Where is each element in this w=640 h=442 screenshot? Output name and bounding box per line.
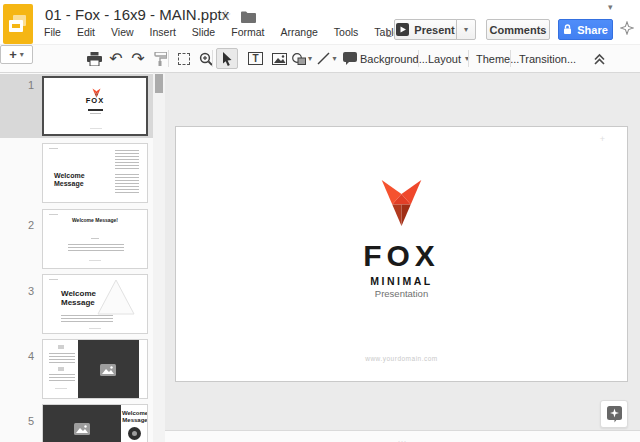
thumb-image-pane: [43, 405, 121, 442]
plus-icon: +: [9, 48, 17, 61]
thumb-welcome-text: WelcomeMessage: [61, 289, 96, 307]
thumb-footer-line: [89, 328, 101, 329]
toolbar-separator: [212, 50, 213, 67]
slide-filmstrip: 1 FOX 2 WelcomeMessage: [0, 73, 165, 442]
editing-canvas: FOX MINIMAL Presentation www.yourdomain.…: [165, 73, 640, 442]
print-icon[interactable]: [84, 45, 104, 72]
slide-thumbnail-1[interactable]: FOX: [42, 76, 148, 136]
menu-file[interactable]: File: [44, 26, 61, 38]
text-box-icon[interactable]: T: [244, 45, 266, 72]
slide-brand-text[interactable]: FOX: [176, 239, 627, 273]
thumb-logo-mark: [49, 279, 58, 280]
menu-format[interactable]: Format: [231, 26, 264, 38]
zoom-to-fit-icon[interactable]: [174, 45, 194, 72]
slides-logo-glyph: [9, 15, 27, 33]
image-placeholder-icon: [74, 423, 90, 435]
undo-icon[interactable]: ↶: [106, 45, 126, 72]
title-bar: 01 - Fox - 16x9 - MAIN.pptx ☆ File Edit …: [0, 0, 640, 44]
paint-format-icon[interactable]: [150, 45, 170, 72]
thumb-divider-line: [91, 238, 99, 239]
folder-icon[interactable]: [241, 9, 256, 27]
thumb-logo-mark: [49, 214, 58, 215]
chevron-down-icon: ▾: [464, 26, 468, 34]
toolbar-separator: [168, 50, 169, 67]
cursor-icon: [221, 52, 233, 66]
image-placeholder-icon: [100, 364, 116, 376]
transition-button[interactable]: Transition...: [519, 45, 576, 72]
menu-bar: File Edit View Insert Slide Format Arran…: [44, 26, 437, 38]
thumb-text-block: [115, 174, 139, 194]
redo-icon[interactable]: ↷: [128, 45, 148, 72]
svg-text:T: T: [252, 53, 258, 64]
slide-number: 3: [20, 285, 34, 297]
star-icon[interactable]: ☆: [219, 7, 232, 23]
menu-arrange[interactable]: Arrange: [280, 26, 317, 38]
menu-view[interactable]: View: [111, 26, 134, 38]
share-button[interactable]: Share: [558, 19, 613, 40]
new-slide-button[interactable]: + ▾: [0, 45, 33, 64]
menu-slide[interactable]: Slide: [192, 26, 215, 38]
slide-footer-url[interactable]: www.yourdomain.com: [176, 355, 627, 362]
slide-number: 5: [20, 415, 34, 427]
explore-button[interactable]: [600, 400, 628, 428]
thumb-icon-mark: [58, 367, 64, 371]
thumb-icon-mark: [58, 345, 64, 349]
thumb-image-pane: [78, 340, 139, 399]
transition-label: Transition...: [519, 53, 576, 65]
share-label: Share: [577, 24, 608, 36]
slide-tagline-text[interactable]: MINIMAL: [176, 275, 627, 287]
explore-icon: [606, 405, 623, 423]
thumb-text-block: [115, 150, 139, 170]
toolbar-separator: [418, 50, 419, 67]
insert-shape-icon[interactable]: ▾: [290, 45, 314, 72]
chevron-down-icon: ▾: [332, 55, 336, 63]
menu-tools[interactable]: Tools: [334, 26, 359, 38]
fox-logo[interactable]: [176, 178, 627, 231]
collapse-toolbar-icon[interactable]: [590, 45, 608, 72]
slides-logo-icon[interactable]: [3, 4, 33, 44]
layout-button[interactable]: Layout ▾: [428, 45, 469, 72]
chevron-down-icon: ▾: [308, 55, 312, 63]
slide-number: 2: [20, 219, 34, 231]
slide-subtitle-text[interactable]: Presentation: [176, 288, 627, 299]
current-slide[interactable]: FOX MINIMAL Presentation www.yourdomain.…: [175, 126, 628, 382]
google-slides-app: 01 - Fox - 16x9 - MAIN.pptx ☆ File Edit …: [0, 0, 640, 442]
theme-label: Theme...: [476, 53, 519, 65]
document-title[interactable]: 01 - Fox - 16x9 - MAIN.pptx: [45, 6, 229, 23]
thumb-footer-line: [90, 128, 102, 129]
thumb-logo-mark: [49, 148, 58, 149]
lock-icon: [563, 24, 572, 35]
notes-resize-handle[interactable]: ⋯: [398, 437, 408, 442]
thumb-footer-line: [89, 260, 101, 261]
zoom-icon[interactable]: [196, 45, 216, 72]
insert-line-icon[interactable]: ▾: [316, 45, 338, 72]
select-tool-button[interactable]: [216, 48, 238, 69]
filmstrip-scrollbar-thumb[interactable]: [155, 74, 163, 93]
thumb-tagline-bar2: [90, 113, 101, 114]
present-button[interactable]: Present: [394, 19, 457, 40]
slide-corner-mark: +: [600, 134, 605, 144]
thumb-circle-badge: [128, 427, 141, 440]
four-point-star-icon[interactable]: [620, 21, 634, 39]
slide-thumbnail-2[interactable]: WelcomeMessage: [42, 143, 148, 203]
toolbar-separator: [510, 50, 511, 67]
insert-image-icon[interactable]: [268, 45, 290, 72]
menu-edit[interactable]: Edit: [77, 26, 95, 38]
thumb-text-block: [61, 315, 113, 323]
filmstrip-scrollbar-track[interactable]: [153, 73, 165, 442]
slide-thumbnail-5[interactable]: [42, 339, 148, 399]
thumb-text-block: [49, 353, 75, 363]
slide-thumbnail-6[interactable]: WelcomeMessage: [42, 404, 148, 442]
theme-button[interactable]: Theme...: [476, 45, 519, 72]
insert-comment-icon[interactable]: [340, 45, 360, 72]
menu-insert[interactable]: Insert: [150, 26, 176, 38]
present-label: Present: [414, 24, 454, 36]
comments-button[interactable]: Comments: [486, 19, 550, 40]
thumb-welcome-title: Welcome Message!: [43, 218, 147, 224]
present-dropdown-button[interactable]: ▾: [456, 19, 476, 40]
collapse-controls-chevron-icon[interactable]: ▾: [608, 2, 613, 12]
slide-thumbnail-3[interactable]: Welcome Message!: [42, 209, 148, 269]
slide-thumbnail-4[interactable]: WelcomeMessage: [42, 274, 148, 334]
thumb-welcome-text: WelcomeMessage: [54, 172, 85, 188]
thumb-brand-text: FOX: [44, 96, 146, 105]
